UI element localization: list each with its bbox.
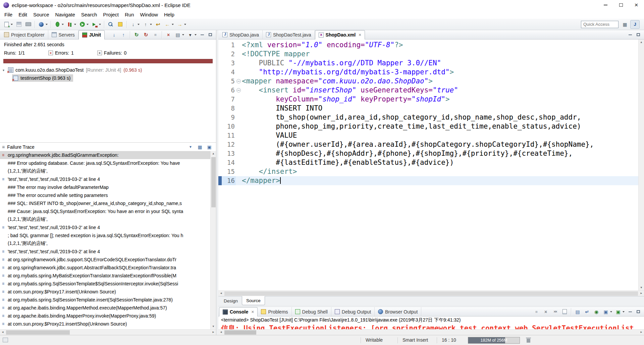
fold-collapse-icon[interactable] bbox=[236, 77, 242, 86]
new-button[interactable] bbox=[2, 20, 14, 29]
terminate-button[interactable] bbox=[532, 307, 541, 316]
window-close-button[interactable]: × bbox=[629, 0, 644, 10]
display-selected-console-button[interactable] bbox=[601, 307, 613, 316]
code-line[interactable]: 3 PUBLIC "-//mybatis.org//DTD Mapper 3.0… bbox=[218, 59, 638, 68]
code-line[interactable]: 14 #{lastEditTime},#{enableStatus},#{adv… bbox=[218, 158, 638, 167]
console-tab-browser-output[interactable]: Browser Output bbox=[375, 307, 421, 316]
pin-console-button[interactable] bbox=[592, 307, 601, 316]
trace-line[interactable]: ### The error may involve defaultParamet… bbox=[0, 183, 210, 191]
remove-launch-button[interactable] bbox=[541, 307, 550, 316]
scroll-right-icon[interactable]: ► bbox=[211, 330, 216, 335]
menu-help[interactable]: Help bbox=[161, 11, 177, 18]
trim-stack-icon[interactable] bbox=[3, 338, 8, 342]
editor-tab-shopdaotest-java[interactable]: ShopDaoTest.java bbox=[263, 30, 315, 39]
code-line[interactable]: 12 (#{owner.userId},#{area.areaId},#{sho… bbox=[218, 140, 638, 149]
scroll-left-icon[interactable]: ◄ bbox=[0, 330, 5, 335]
menu-run[interactable]: Run bbox=[122, 11, 137, 18]
scroll-right-icon[interactable]: ► bbox=[639, 330, 644, 335]
last-edit-location-button[interactable] bbox=[153, 20, 163, 29]
scrollbar-thumb[interactable] bbox=[6, 330, 70, 335]
code-line[interactable]: 13 #{shopDesc},#{shopAddr},#{phone},#{sh… bbox=[218, 149, 638, 158]
scroll-up-icon[interactable]: ▲ bbox=[639, 40, 644, 45]
close-tab-icon[interactable]: × bbox=[251, 309, 254, 315]
trace-line[interactable]: ≡at org.springframework.jdbc.support.SQL… bbox=[0, 256, 210, 264]
word-wrap-button[interactable] bbox=[582, 307, 592, 316]
trace-line[interactable]: ≡'test','test','test','test',null,'2019-… bbox=[0, 223, 210, 231]
console-tab-debug-output[interactable]: Debug Output bbox=[331, 307, 375, 316]
close-tab-icon[interactable]: × bbox=[359, 32, 361, 38]
trace-line[interactable]: ### Cause: java.sql.SQLSyntaxErrorExcept… bbox=[0, 207, 210, 215]
scrollbar-thumb[interactable] bbox=[224, 291, 638, 296]
window-minimize-button[interactable] bbox=[598, 0, 613, 10]
quick-access-input[interactable] bbox=[581, 21, 619, 28]
previous-failed-test-button[interactable] bbox=[119, 30, 128, 39]
selected-test-item[interactable]: testInsertShop (0.963 s) bbox=[12, 74, 73, 82]
rerun-test-button[interactable] bbox=[132, 30, 141, 39]
console-horizontal-scrollbar[interactable]: ◄ ► bbox=[218, 329, 644, 335]
scrollbar-thumb[interactable] bbox=[224, 330, 256, 335]
next-failed-test-button[interactable] bbox=[109, 30, 119, 39]
open-in-console-button[interactable] bbox=[205, 143, 214, 151]
code-line[interactable]: 11 VALUE bbox=[218, 131, 638, 140]
coverage-button[interactable] bbox=[65, 20, 77, 29]
junit-horizontal-scrollbar[interactable]: ◄ ► bbox=[0, 329, 216, 335]
scroll-down-icon[interactable]: ▼ bbox=[639, 285, 644, 290]
next-annotation-button[interactable] bbox=[128, 20, 141, 29]
console-tab-debug-shell[interactable]: Debug Shell bbox=[292, 307, 331, 316]
open-perspective-button[interactable] bbox=[620, 20, 630, 29]
code-line[interactable]: 16</mapper> bbox=[218, 176, 638, 185]
clear-console-button[interactable] bbox=[560, 307, 569, 316]
scroll-right-icon[interactable]: ► bbox=[639, 291, 644, 296]
javaee-perspective-button[interactable] bbox=[630, 20, 640, 29]
code-line[interactable]: 5<mapper namespace="com.kuuu.o2o.dao.Sho… bbox=[218, 77, 638, 86]
trace-line[interactable]: ; bad SQL grammar []; nested exception i… bbox=[0, 231, 210, 239]
trace-line[interactable]: ≡at org.apache.ibatis.binding.MapperMeth… bbox=[0, 304, 210, 312]
code-line[interactable]: 15 </insert> bbox=[218, 167, 638, 176]
scroll-up-icon[interactable]: ▲ bbox=[211, 151, 216, 156]
window-maximize-button[interactable] bbox=[613, 0, 629, 10]
editor-tab-shopdao-java[interactable]: ShopDao.java bbox=[219, 30, 263, 39]
code-line[interactable]: 6 <insert id="insertShop" useGeneratedKe… bbox=[218, 86, 638, 95]
menu-navigate[interactable]: Navigate bbox=[52, 11, 78, 18]
menu-edit[interactable]: Edit bbox=[15, 11, 30, 18]
minimize-view-button[interactable] bbox=[199, 31, 206, 39]
remove-all-launches-button[interactable] bbox=[550, 307, 560, 316]
rerun-failed-first-button[interactable] bbox=[141, 30, 151, 39]
maximize-view-button[interactable] bbox=[635, 31, 642, 39]
scroll-down-icon[interactable]: ▼ bbox=[211, 324, 216, 329]
trace-line[interactable]: ≡at org.mybatis.spring.MyBatisExceptionT… bbox=[0, 272, 210, 280]
maximize-view-button[interactable] bbox=[635, 308, 642, 316]
trace-line[interactable]: ### SQL: INSERT INTO tb_shop(owner_id,ar… bbox=[0, 199, 210, 207]
maximize-view-button[interactable] bbox=[207, 31, 214, 39]
console-tab-problems[interactable]: Problems bbox=[258, 307, 291, 316]
garbage-collect-button[interactable] bbox=[526, 337, 531, 343]
external-tools-button[interactable] bbox=[90, 20, 102, 29]
trace-line[interactable]: ≡at org.apache.ibatis.binding.MapperProx… bbox=[0, 312, 210, 320]
trace-line[interactable]: ≡at org.mybatis.spring.SqlSessionTemplat… bbox=[0, 280, 210, 288]
fold-collapse-icon[interactable] bbox=[236, 86, 242, 95]
scrollbar-thumb[interactable] bbox=[211, 157, 216, 207]
trace-line[interactable]: (1,2,1,'测试的店铺', bbox=[0, 215, 210, 223]
debug-button[interactable] bbox=[53, 20, 65, 29]
test-suite-row[interactable]: ▾ com.kuuu.o2o.dao.ShopDaoTest [Runner: … bbox=[0, 66, 216, 74]
view-tab-project-explorer[interactable]: Project Explorer bbox=[1, 30, 48, 39]
xml-source-editor[interactable]: 1<?xml version="1.0" encoding="UTF-8"?>2… bbox=[218, 40, 644, 290]
console-tab-console[interactable]: Console× bbox=[219, 307, 258, 317]
minimize-view-button[interactable] bbox=[627, 308, 634, 316]
trace-line[interactable]: ≡at org.springframework.jdbc.support.Abs… bbox=[0, 264, 210, 272]
open-console-button[interactable] bbox=[613, 307, 626, 316]
test-run-history-button[interactable] bbox=[173, 30, 185, 39]
scroll-left-icon[interactable]: ◄ bbox=[218, 291, 224, 296]
trace-line[interactable]: ≡'test','test','test','test',null,'2019-… bbox=[0, 175, 210, 183]
trace-line[interactable]: (1,2,1,'测试的店铺', bbox=[0, 239, 210, 248]
save-button[interactable] bbox=[14, 20, 23, 29]
print-button[interactable] bbox=[23, 20, 33, 29]
trace-line[interactable]: ### Error updating database. Cause: java… bbox=[0, 159, 210, 167]
web-browser-button[interactable] bbox=[37, 20, 49, 29]
trace-vertical-scrollbar[interactable]: ▲ ▼ bbox=[210, 151, 216, 329]
code-line[interactable]: 7 keyColumn="shop_id" keyProperty="shopI… bbox=[218, 95, 638, 104]
menu-window[interactable]: Window bbox=[137, 11, 161, 18]
compare-result-button[interactable] bbox=[195, 143, 205, 151]
trace-line[interactable]: ≡at com.sun.proxy.$Proxy17.insert(Unknow… bbox=[0, 288, 210, 296]
run-button[interactable] bbox=[77, 20, 90, 29]
